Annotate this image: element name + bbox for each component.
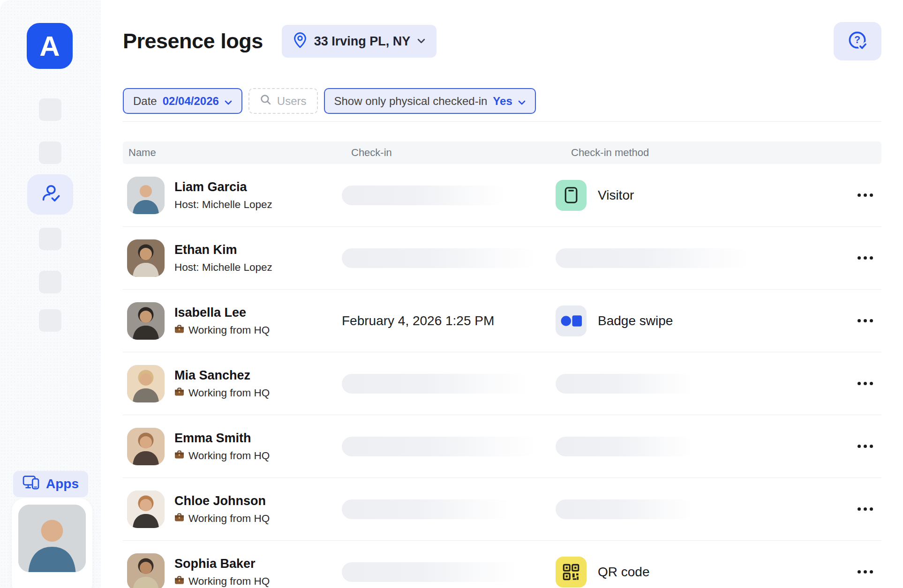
name-cell: Isabella Lee Working from HQ [123, 302, 342, 340]
badge-swipe-icon [556, 305, 587, 336]
checkin-skeleton [342, 248, 538, 268]
ellipsis-icon [858, 382, 861, 385]
qr-code-icon [556, 557, 587, 588]
name-cell: Liam Garcia Host: Michelle Lopez [123, 177, 342, 214]
checkin-skeleton [342, 562, 519, 582]
checkin-method-skeleton [556, 499, 694, 519]
physical-checkin-filter[interactable]: Show only physical checked-in Yes [324, 88, 536, 114]
sidebar-item-presence-logs-active[interactable] [27, 174, 73, 215]
table-header: Name Check-in Check-in method [123, 141, 881, 164]
table-row: Emma Smith Working from HQ [123, 415, 881, 478]
search-icon [260, 94, 271, 108]
users-search[interactable]: Users [248, 88, 318, 114]
checkin-skeleton [342, 499, 512, 519]
page-title: Presence logs [123, 29, 263, 53]
checkin-cell [342, 186, 556, 205]
help-icon: ? [847, 30, 869, 53]
ellipsis-icon [858, 319, 861, 322]
checkin-method-label: QR code [598, 565, 650, 580]
avatar [18, 505, 86, 572]
location-dropdown[interactable]: 33 Irving PL, NY [282, 25, 437, 58]
table-row: Sophia Baker Working from HQ QR code [123, 541, 881, 588]
name-cell: Mia Sanchez Working from HQ [123, 365, 342, 402]
sidebar-item-placeholder[interactable] [39, 228, 61, 250]
table-row: Chloe Johnson Working from HQ [123, 478, 881, 541]
person-name: Liam Garcia [174, 180, 272, 194]
table-row: Liam Garcia Host: Michelle Lopez Visitor [123, 164, 881, 227]
row-menu-button[interactable] [849, 181, 881, 209]
avatar [127, 302, 165, 340]
chevron-down-icon [417, 37, 425, 45]
checkin-method-cell [556, 499, 849, 519]
checkin-cell [342, 248, 556, 268]
sidebar-item-placeholder[interactable] [39, 98, 61, 121]
table-row: Ethan Kim Host: Michelle Lopez [123, 227, 881, 290]
app-logo[interactable]: A [27, 23, 73, 69]
location-label: 33 Irving PL, NY [314, 34, 411, 49]
physical-filter-label: Show only physical checked-in [334, 95, 488, 108]
user-check-icon [39, 183, 61, 206]
chevron-down-icon [225, 95, 232, 108]
checkin-method-cell: Badge swipe [556, 305, 849, 336]
avatar [127, 553, 165, 588]
checkin-method-cell [556, 374, 849, 394]
filters-bar: Date 02/04/2026 Users Show only physical… [123, 88, 881, 114]
avatar [127, 491, 165, 528]
date-filter-value: 02/04/2026 [163, 95, 219, 108]
visitor-icon [556, 180, 587, 211]
table-row: Isabella Lee Working from HQ February 4,… [123, 290, 881, 352]
checkin-time: February 4, 2026 1:25 PM [342, 313, 494, 328]
sidebar-item-placeholder[interactable] [39, 141, 61, 164]
column-header-name: Name [123, 147, 342, 159]
row-menu-button[interactable] [849, 244, 881, 272]
date-filter[interactable]: Date 02/04/2026 [123, 88, 242, 114]
checkin-cell [342, 374, 556, 394]
checkin-cell: February 4, 2026 1:25 PM [342, 313, 556, 328]
row-subtitle: Working from HQ [188, 450, 270, 462]
svg-text:?: ? [854, 34, 860, 45]
briefcase-icon [174, 387, 184, 399]
row-menu-button[interactable] [849, 558, 881, 586]
date-filter-label: Date [133, 95, 157, 108]
current-user-avatar[interactable] [12, 498, 92, 588]
row-menu-button[interactable] [849, 307, 881, 335]
help-button[interactable]: ? [834, 22, 881, 60]
sidebar-item-placeholder[interactable] [39, 309, 61, 332]
briefcase-icon [174, 513, 184, 525]
row-subtitle: Working from HQ [188, 513, 270, 525]
location-pin-icon [293, 32, 307, 51]
main-content: Presence logs 33 Irving PL, NY ? [101, 0, 903, 588]
presence-table-body: Liam Garcia Host: Michelle Lopez Visitor… [123, 164, 881, 588]
row-menu-button[interactable] [849, 495, 881, 523]
person-name: Emma Smith [174, 431, 270, 446]
ellipsis-icon [858, 570, 861, 573]
checkin-cell [342, 499, 556, 519]
checkin-method-cell: QR code [556, 557, 849, 588]
person-name: Mia Sanchez [174, 368, 270, 383]
name-cell: Ethan Kim Host: Michelle Lopez [123, 239, 342, 277]
briefcase-icon [174, 575, 184, 588]
page-header: Presence logs 33 Irving PL, NY ? [123, 22, 881, 61]
briefcase-icon [174, 450, 184, 462]
sidebar-item-placeholder[interactable] [39, 271, 61, 293]
ellipsis-icon [858, 194, 861, 197]
ellipsis-icon [858, 507, 861, 511]
name-cell: Emma Smith Working from HQ [123, 428, 342, 465]
checkin-cell [342, 562, 556, 582]
row-subtitle: Working from HQ [188, 575, 270, 588]
chevron-down-icon [518, 95, 526, 108]
table-row: Mia Sanchez Working from HQ [123, 352, 881, 415]
apps-button[interactable]: Apps [13, 471, 88, 497]
column-header-checkin-method: Check-in method [556, 147, 849, 159]
person-name: Chloe Johnson [174, 494, 270, 508]
avatar [127, 428, 165, 465]
row-menu-button[interactable] [849, 432, 881, 461]
physical-filter-value: Yes [493, 95, 512, 108]
row-menu-button[interactable] [849, 370, 881, 398]
apps-button-label: Apps [46, 476, 79, 491]
row-subtitle: Working from HQ [188, 387, 270, 399]
checkin-method-cell [556, 437, 849, 456]
checkin-skeleton [342, 374, 529, 394]
row-subtitle: Host: Michelle Lopez [174, 199, 272, 211]
ellipsis-icon [858, 445, 861, 448]
